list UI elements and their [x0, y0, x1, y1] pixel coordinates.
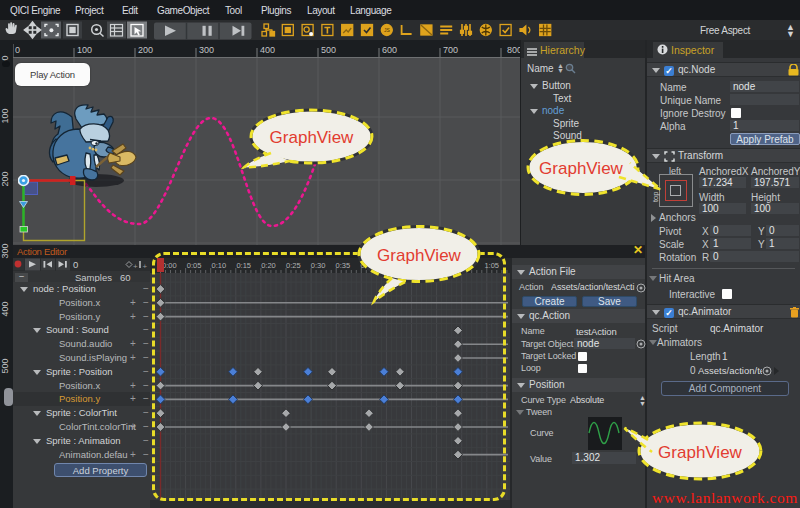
svg-text:+: +	[143, 262, 148, 271]
svg-text:top: top	[651, 192, 660, 202]
svg-text:0: 0	[73, 259, 78, 270]
svg-text:+: +	[133, 262, 138, 271]
svg-text:JS: JS	[384, 27, 391, 33]
